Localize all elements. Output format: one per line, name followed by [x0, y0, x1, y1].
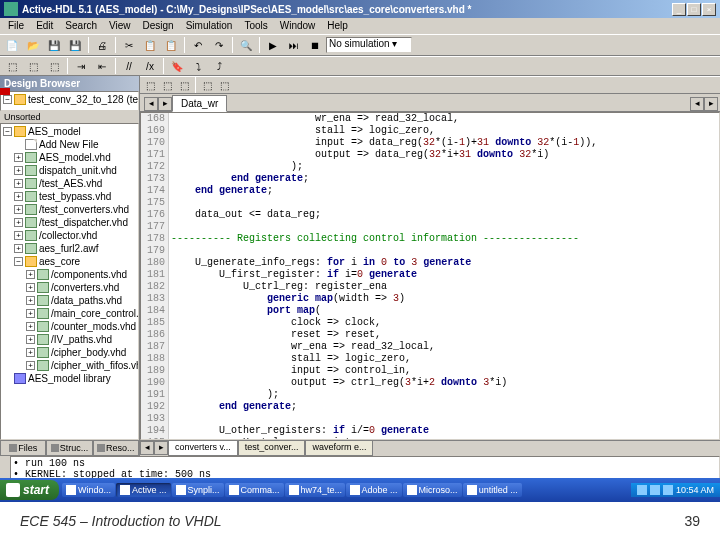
taskbar-app-icon — [176, 485, 186, 495]
menu-help[interactable]: Help — [321, 19, 354, 33]
tab-nav-right-icon[interactable]: ▸ — [154, 441, 168, 455]
bookmark-prev-icon[interactable]: ⤴ — [209, 57, 229, 75]
new-icon[interactable]: 📄 — [2, 36, 22, 54]
menubar: FileEditSearchViewDesignSimulationToolsW… — [0, 18, 720, 34]
tree-item[interactable]: +/data_paths.vhd — [2, 294, 137, 307]
window-title: Active-HDL 5.1 (AES_model) - C:\My_Desig… — [22, 4, 672, 15]
menu-file[interactable]: File — [2, 19, 30, 33]
tree-item[interactable]: +/counter_mods.vhd — [2, 320, 137, 333]
tree-item[interactable]: +/components.vhd — [2, 268, 137, 281]
sidebar-tab[interactable]: Reso... — [93, 441, 139, 456]
taskbar-item[interactable]: Comma... — [225, 483, 284, 497]
taskbar-item[interactable]: Microso... — [403, 483, 462, 497]
tab-scroll-left-icon[interactable]: ◂ — [690, 97, 704, 111]
tool-icon[interactable]: ⬚ — [2, 57, 22, 75]
design-tree[interactable]: −test_conv_32_to_128 (test) — [0, 91, 139, 111]
sidebar-tab[interactable]: Struc... — [46, 441, 92, 456]
tree-item[interactable]: AES_model library — [2, 372, 137, 385]
editor-tab[interactable]: Data_wr — [172, 95, 227, 112]
ed-tool-icon[interactable]: ⬚ — [216, 78, 232, 92]
taskbar-item[interactable]: hw74_te... — [285, 483, 345, 497]
file-icon — [37, 321, 49, 332]
save-icon[interactable]: 💾 — [44, 36, 64, 54]
tray-icon[interactable] — [650, 485, 660, 495]
tab-prev-icon[interactable]: ◂ — [144, 97, 158, 111]
bookmark-icon[interactable]: 🔖 — [167, 57, 187, 75]
redo-icon[interactable]: ↷ — [209, 36, 229, 54]
tab-scroll-right-icon[interactable]: ▸ — [704, 97, 718, 111]
taskbar-item[interactable]: Windo... — [62, 483, 115, 497]
code-editor[interactable]: wr_ena => read_32_local, stall => logic_… — [169, 113, 719, 439]
tool-icon[interactable]: ⬚ — [23, 57, 43, 75]
indent-icon[interactable]: ⇥ — [71, 57, 91, 75]
tree-item[interactable]: +AES_model.vhd — [2, 151, 137, 164]
tree-item[interactable]: +aes_furl2.awf — [2, 242, 137, 255]
tree-item[interactable]: +/test_dispatcher.vhd — [2, 216, 137, 229]
tree-item[interactable]: +/cipher_body.vhd — [2, 346, 137, 359]
tray-icon[interactable] — [663, 485, 673, 495]
cut-icon[interactable]: ✂ — [119, 36, 139, 54]
tree-item[interactable]: +/test_AES.vhd — [2, 177, 137, 190]
tree-item[interactable]: +/IV_paths.vhd — [2, 333, 137, 346]
menu-search[interactable]: Search — [59, 19, 103, 33]
tree-top[interactable]: test_conv_32_to_128 (test) — [28, 94, 139, 105]
sidebar-tab[interactable]: Files — [0, 441, 46, 456]
uncomment-icon[interactable]: /x — [140, 57, 160, 75]
file-icon — [37, 360, 49, 371]
file-icon — [25, 217, 37, 228]
ed-tool-icon[interactable]: ⬚ — [176, 78, 192, 92]
menu-tools[interactable]: Tools — [238, 19, 273, 33]
tree-item[interactable]: −aes_core — [2, 255, 137, 268]
save-all-icon[interactable]: 💾 — [65, 36, 85, 54]
open-icon[interactable]: 📂 — [23, 36, 43, 54]
menu-view[interactable]: View — [103, 19, 137, 33]
bookmark-next-icon[interactable]: ⤵ — [188, 57, 208, 75]
maximize-button[interactable]: □ — [687, 3, 701, 16]
taskbar-item[interactable]: Synpli... — [172, 483, 224, 497]
start-button[interactable]: start — [0, 480, 59, 500]
tree-item[interactable]: +/converters.vhd — [2, 281, 137, 294]
step-icon[interactable]: ⏭ — [284, 36, 304, 54]
menu-window[interactable]: Window — [274, 19, 322, 33]
undo-icon[interactable]: ↶ — [188, 36, 208, 54]
file-icon — [37, 347, 49, 358]
taskbar-item[interactable]: Active ... — [116, 483, 171, 497]
tray-icon[interactable] — [637, 485, 647, 495]
tree-item[interactable]: Add New File — [2, 138, 137, 151]
stop-icon[interactable]: ⏹ — [305, 36, 325, 54]
tree-item[interactable]: −AES_model — [2, 125, 137, 138]
close-button[interactable]: × — [702, 3, 716, 16]
outdent-icon[interactable]: ⇤ — [92, 57, 112, 75]
tab-nav-left-icon[interactable]: ◂ — [140, 441, 154, 455]
ed-tool-icon[interactable]: ⬚ — [199, 78, 215, 92]
file-tree[interactable]: −AES_modelAdd New File+AES_model.vhd+dis… — [0, 123, 139, 440]
comment-icon[interactable]: // — [119, 57, 139, 75]
tree-item[interactable]: +dispatch_unit.vhd — [2, 164, 137, 177]
system-tray[interactable]: 10:54 AM — [631, 483, 720, 497]
paste-icon[interactable]: 📋 — [161, 36, 181, 54]
minimize-button[interactable]: _ — [672, 3, 686, 16]
editor-bottom-tab[interactable]: test_conver... — [238, 441, 306, 456]
taskbar-item[interactable]: Adobe ... — [346, 483, 402, 497]
ed-tool-icon[interactable]: ⬚ — [159, 78, 175, 92]
tree-item[interactable]: +/main_core_control.vhd — [2, 307, 137, 320]
menu-design[interactable]: Design — [137, 19, 180, 33]
menu-simulation[interactable]: Simulation — [180, 19, 239, 33]
editor-bottom-tab[interactable]: converters v... — [168, 441, 238, 456]
copy-icon[interactable]: 📋 — [140, 36, 160, 54]
menu-edit[interactable]: Edit — [30, 19, 59, 33]
tree-item[interactable]: +/cipher_with_fifos.vhd — [2, 359, 137, 372]
taskbar-item[interactable]: untitled ... — [463, 483, 522, 497]
tab-next-icon[interactable]: ▸ — [158, 97, 172, 111]
tree-item[interactable]: +test_bypass.vhd — [2, 190, 137, 203]
find-icon[interactable]: 🔍 — [236, 36, 256, 54]
tree-item[interactable]: +/collector.vhd — [2, 229, 137, 242]
editor-bottom-tab[interactable]: waveform e... — [305, 441, 373, 456]
file-icon — [25, 152, 37, 163]
tool-icon[interactable]: ⬚ — [44, 57, 64, 75]
ed-tool-icon[interactable]: ⬚ — [142, 78, 158, 92]
simulation-dropdown[interactable]: No simulation ▾ — [326, 37, 412, 53]
print-icon[interactable]: 🖨 — [92, 36, 112, 54]
run-icon[interactable]: ▶ — [263, 36, 283, 54]
tree-item[interactable]: +/test_converters.vhd — [2, 203, 137, 216]
